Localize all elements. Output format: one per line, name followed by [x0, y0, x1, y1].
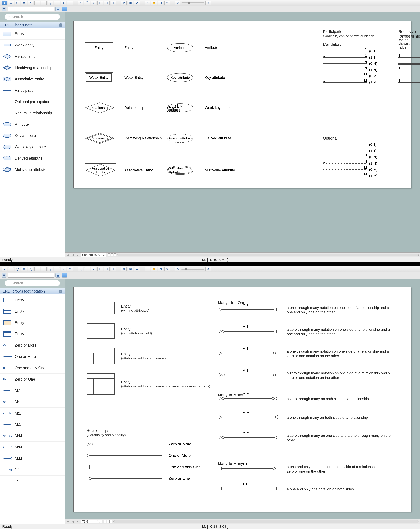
join-v-icon[interactable]: ⊢	[97, 267, 103, 271]
cardinality-line[interactable]	[87, 476, 162, 481]
library-panel-header[interactable]: ERD, crow's foot notation ✕	[0, 288, 65, 294]
participation-line[interactable]: 11 (1:1)	[398, 55, 420, 60]
shape-item[interactable]: Associative entity	[0, 74, 65, 85]
participation-line[interactable]: 1 (0:1)	[323, 49, 381, 53]
page-thumbnails[interactable]	[104, 520, 112, 523]
segment-tool-icon[interactable]: ╲	[78, 1, 83, 5]
connector-z-icon[interactable]: ┘	[54, 267, 60, 271]
shape-item[interactable]: M:M	[0, 453, 65, 464]
search-button-icon[interactable]: ⌕	[62, 7, 67, 11]
shape-item[interactable]: Entity	[0, 328, 65, 340]
search-input[interactable]: ⌕ Search	[5, 280, 60, 286]
zoom-in-icon[interactable]: ⌕	[145, 267, 150, 271]
cardinality-line[interactable]	[87, 464, 162, 469]
entity-attrs-shape[interactable]	[87, 323, 115, 339]
shape-item[interactable]: Weak entity	[0, 40, 65, 51]
library-panel-header[interactable]: ERD, Chen's nota... ✕	[0, 22, 65, 28]
shape-item[interactable]: Recursive relationship	[0, 107, 65, 119]
horizontal-scrollbar[interactable]	[113, 520, 419, 523]
relationship-line[interactable]: M:M	[218, 415, 279, 421]
associative-entity-shape[interactable]: AssociativeEntity	[85, 163, 116, 177]
participation-line[interactable]: 1 (0:1)	[398, 49, 420, 53]
connector-z-icon[interactable]: ┘	[54, 1, 60, 5]
tree-view-icon[interactable]: ☰	[2, 7, 6, 11]
group-icon[interactable]: ⧉	[121, 1, 127, 5]
participation-line[interactable]: M (0:M)	[323, 168, 381, 172]
pointer-tool-icon[interactable]: ▲	[2, 267, 7, 271]
grid-view-icon[interactable]: ▦	[55, 7, 60, 11]
page-next-icon[interactable]: ▶	[76, 520, 79, 523]
join-v2-icon[interactable]: ⊥	[110, 267, 116, 271]
shape-item[interactable]: One or More	[0, 351, 65, 362]
connector-s-icon[interactable]: ↯	[61, 1, 66, 5]
text-tool-icon[interactable]: ▢	[67, 267, 73, 271]
edit-tool-icon[interactable]: ✎	[164, 1, 170, 5]
join-v-icon[interactable]: ⊢	[97, 1, 103, 5]
identifying-relationship-shape[interactable]: Relationship	[85, 133, 115, 144]
shape-item[interactable]: Weak key attribute	[0, 141, 65, 153]
shape-item[interactable]: Participation	[0, 85, 65, 96]
entity-cols-shape[interactable]	[87, 348, 115, 364]
shape-item[interactable]: M:1	[0, 419, 65, 430]
rect-tool-icon[interactable]: ▭	[8, 267, 14, 271]
stamp-tool-icon[interactable]: ⊞	[158, 1, 163, 5]
relationship-shape[interactable]: Relationship	[85, 102, 115, 113]
shape-item[interactable]: Relationship	[0, 51, 65, 62]
shape-item[interactable]: M:1	[0, 408, 65, 419]
canvas-scroll[interactable]: Participations Cardinality can be shown …	[65, 13, 420, 252]
table-tool-icon[interactable]: ▦	[21, 1, 27, 5]
ungroup-icon[interactable]: ▣	[128, 1, 133, 5]
search-input[interactable]: ⌕ Search	[5, 14, 60, 20]
arc-tool-icon[interactable]: ⌒	[84, 267, 90, 271]
pointer-tool-icon[interactable]: ▲	[2, 1, 7, 5]
chain-icon[interactable]: ⛓	[134, 267, 140, 271]
edit-tool-icon[interactable]: ✎	[164, 267, 170, 271]
zoom-slider[interactable]	[181, 2, 204, 3]
join-h-icon[interactable]: ⊣	[104, 267, 109, 271]
address-bar[interactable]	[8, 7, 54, 11]
participation-line[interactable]: 1M (1:M)	[323, 174, 381, 178]
shape-item[interactable]: Optional participation	[0, 96, 65, 107]
participation-line[interactable]: 1 (0:1)	[323, 143, 381, 147]
relationship-line[interactable]: M:1	[218, 307, 279, 313]
participation-line[interactable]: M (0:M)	[323, 74, 381, 78]
relationship-line[interactable]: 1:1	[218, 466, 279, 472]
participation-line[interactable]: 11 (1:1)	[323, 55, 381, 60]
shape-item[interactable]: Key attribute	[0, 130, 65, 141]
shape-item[interactable]: Entity	[0, 28, 65, 40]
arc-tool-icon[interactable]: ⌒	[84, 1, 90, 5]
address-bar[interactable]	[8, 273, 54, 278]
zoom-select[interactable]: 75%⌃⌄	[81, 520, 102, 523]
hand-tool-icon[interactable]: ✋	[151, 1, 157, 5]
participation-line[interactable]: N (0:N)	[398, 62, 420, 66]
search-button-icon[interactable]: ⌕	[62, 273, 67, 278]
participation-line[interactable]: M (0:M)	[398, 74, 420, 78]
grid-view-icon[interactable]: ▦	[55, 273, 60, 278]
ellipse-tool-icon[interactable]: ◯	[15, 1, 20, 5]
participation-line[interactable]: 1M (1:M)	[398, 80, 420, 84]
weak-entity-shape[interactable]: Weak Entity	[85, 72, 113, 83]
shape-item[interactable]: Entity	[0, 294, 65, 306]
participation-line[interactable]: 1N (1:N)	[323, 68, 381, 72]
multivalue-attribute-shape[interactable]: Multivalue attribute	[167, 166, 193, 175]
shape-item[interactable]: Derived attribute	[0, 153, 65, 164]
zoom-select[interactable]: Custom 79%⌃⌄	[81, 253, 106, 257]
weak-key-attr-shape[interactable]: Weak key attribute	[167, 103, 193, 112]
ungroup-icon[interactable]: ▣	[128, 267, 133, 271]
shape-item[interactable]: Identifying relationship	[0, 62, 65, 74]
connector-r-icon[interactable]: ┐	[41, 1, 47, 5]
participation-line[interactable]: 1M (1:M)	[323, 80, 381, 84]
ellipse-tool-icon[interactable]: ◯	[15, 267, 20, 271]
shape-item[interactable]: Entity	[0, 317, 65, 328]
shape-item[interactable]: Zero or More	[0, 340, 65, 351]
shape-item[interactable]: M:1	[0, 385, 65, 396]
page-first-icon[interactable]: ⏮	[66, 520, 69, 523]
zoom-slider[interactable]	[181, 269, 204, 270]
segment-tool-icon[interactable]: ╲	[78, 267, 83, 271]
close-icon[interactable]: ✕	[59, 23, 62, 27]
page-next-icon[interactable]: ▶	[76, 253, 79, 257]
poly-tool-icon[interactable]: ▸	[91, 1, 96, 5]
shape-item[interactable]: Entity	[0, 306, 65, 317]
table-tool-icon[interactable]: ▦	[21, 267, 27, 271]
shape-item[interactable]: M:1	[0, 396, 65, 408]
